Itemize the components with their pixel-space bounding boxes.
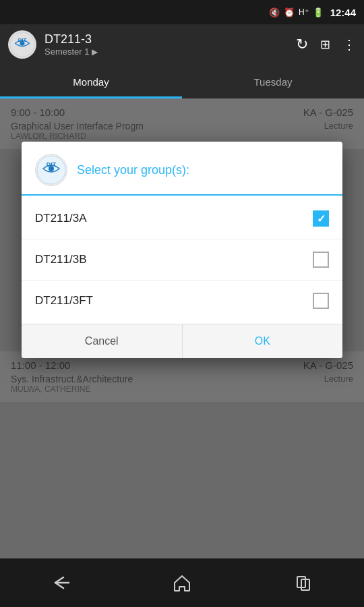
tab-tuesday[interactable]: Tuesday [182,65,364,98]
svg-point-2 [20,41,25,46]
group-option-1[interactable]: DT211/3B [22,239,342,281]
app-bar-actions: ↻ ⊞ ⋮ [296,36,356,53]
dialog-header: DIT Select your group(s): [22,142,342,186]
nav-bar [0,558,364,607]
recent-button[interactable] [283,569,324,596]
tab-monday[interactable]: Monday [0,65,182,98]
group-option-2[interactable]: DT211/3FT [22,281,342,321]
dialog-logo: DIT [35,154,67,186]
app-title: DT211-3 [44,32,288,47]
status-icons: 🔇 ⏰ H⁺ 🔋 12:44 [269,7,356,18]
status-bar: 🔇 ⏰ H⁺ 🔋 12:44 [0,0,364,24]
app-bar: DIT DT211-3 Semester 1 ▶ ↻ ⊞ ⋮ [0,24,364,65]
group-1-checkbox[interactable] [313,252,329,268]
app-logo: DIT [8,30,36,59]
group-select-dialog: DIT Select your group(s): DT211/3A DT211… [22,142,342,358]
network-icon: H⁺ [299,7,309,17]
group-2-label: DT211/3FT [35,294,93,308]
group-0-checkbox[interactable] [313,210,329,227]
app-title-group: DT211-3 Semester 1 ▶ [44,32,288,57]
back-button[interactable] [40,569,81,596]
tab-monday-label: Monday [73,76,109,88]
home-button[interactable] [162,569,202,596]
filter-icon[interactable]: ⊞ [320,37,330,52]
dialog-options: DT211/3A DT211/3B DT211/3FT [22,196,342,324]
refresh-icon[interactable]: ↻ [296,36,308,53]
app-subtitle-text: Semester 1 [44,47,89,57]
group-1-label: DT211/3B [35,253,87,266]
tab-bar: Monday Tuesday [0,65,364,98]
group-0-label: DT211/3A [35,212,87,225]
group-2-checkbox[interactable] [313,293,329,309]
tab-tuesday-label: Tuesday [254,76,293,88]
dropdown-arrow-icon: ▶ [92,47,98,57]
alarm-icon: ⏰ [284,7,295,18]
group-option-0[interactable]: DT211/3A [22,198,342,239]
battery-icon: 🔋 [313,7,324,18]
more-icon[interactable]: ⋮ [342,36,356,53]
status-time: 12:44 [330,7,356,18]
dialog-title: Select your group(s): [77,163,329,177]
dialog-actions: Cancel OK [22,324,342,358]
ok-button[interactable]: OK [182,324,343,358]
app-subtitle: Semester 1 ▶ [44,47,288,57]
cancel-button[interactable]: Cancel [22,324,182,358]
mute-icon: 🔇 [269,7,280,18]
svg-point-5 [49,166,54,171]
